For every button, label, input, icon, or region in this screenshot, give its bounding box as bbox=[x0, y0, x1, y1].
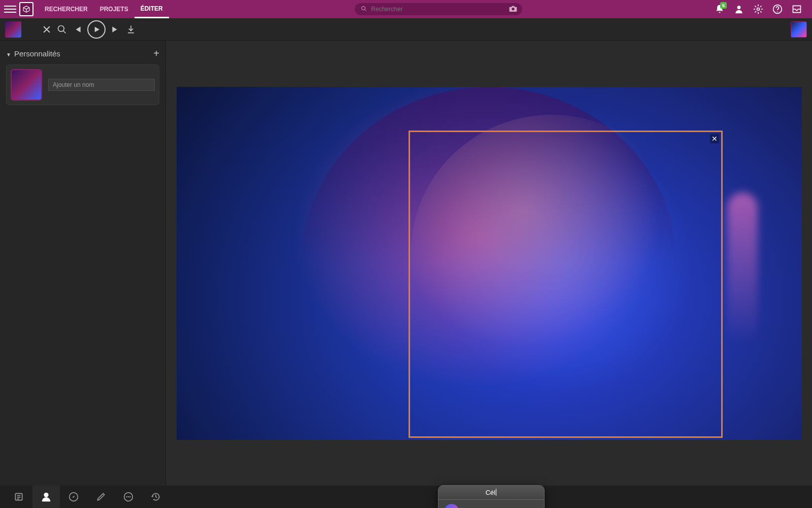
svg-point-13 bbox=[44, 493, 48, 497]
name-autocomplete: Cél Céleste Dupont Célice Durand Céline … bbox=[438, 485, 545, 509]
svg-point-4 bbox=[757, 8, 760, 11]
autocomplete-input[interactable]: Cél bbox=[438, 486, 544, 500]
svg-point-2 bbox=[512, 8, 515, 10]
app-logo[interactable] bbox=[19, 2, 33, 16]
edit-panel-icon[interactable] bbox=[87, 486, 115, 508]
compass-panel-icon[interactable] bbox=[60, 486, 87, 508]
download-icon[interactable] bbox=[126, 24, 136, 35]
image-viewer: ✕ Cél Céleste Dupont Célice Durand Célin… bbox=[166, 41, 812, 486]
play-button[interactable] bbox=[87, 20, 106, 39]
hamburger-menu-icon[interactable] bbox=[4, 3, 16, 15]
info-panel-icon[interactable] bbox=[5, 486, 32, 508]
main-area: ▼Personnalités + ✕ Cél C bbox=[0, 41, 812, 486]
person-name-input[interactable] bbox=[48, 79, 155, 91]
svg-line-1 bbox=[365, 9, 366, 11]
skip-next-icon[interactable] bbox=[111, 24, 121, 35]
zoom-search-icon[interactable] bbox=[57, 24, 67, 35]
sidebar: ▼Personnalités + bbox=[0, 41, 166, 486]
svg-point-6 bbox=[777, 11, 778, 12]
camera-search-icon[interactable] bbox=[509, 5, 517, 14]
svg-line-8 bbox=[63, 30, 66, 33]
autocomplete-item-0[interactable]: Céleste Dupont bbox=[441, 501, 542, 509]
user-account-icon[interactable] bbox=[734, 4, 744, 14]
tab-projets[interactable]: PROJETS bbox=[94, 0, 134, 18]
add-personality-icon[interactable]: + bbox=[153, 48, 159, 59]
bottombar bbox=[0, 486, 812, 508]
global-search-input[interactable] bbox=[371, 6, 516, 13]
more-panel-icon[interactable] bbox=[115, 486, 142, 508]
current-image-thumbnail[interactable] bbox=[5, 21, 21, 38]
panel-toggle-thumbnail[interactable] bbox=[791, 21, 807, 38]
main-photo[interactable]: ✕ Cél Céleste Dupont Célice Durand Célin… bbox=[177, 87, 802, 440]
tab-editer[interactable]: ÉDITER bbox=[134, 0, 169, 18]
svg-point-16 bbox=[126, 496, 127, 498]
inbox-icon[interactable] bbox=[792, 4, 802, 14]
autocomplete-query: Cél bbox=[486, 489, 496, 496]
chevron-down-icon: ▼ bbox=[6, 52, 11, 57]
personalities-panel-header[interactable]: ▼Personnalités + bbox=[6, 45, 159, 65]
people-panel-icon[interactable] bbox=[32, 486, 60, 508]
svg-point-17 bbox=[128, 496, 129, 498]
panel-title: Personnalités bbox=[14, 49, 60, 58]
history-panel-icon[interactable] bbox=[142, 486, 170, 508]
topbar: RECHERCHER PROJETS ÉDITER 5 bbox=[0, 0, 812, 18]
notification-badge: 5 bbox=[720, 2, 727, 9]
global-search[interactable] bbox=[355, 3, 522, 15]
person-avatar[interactable] bbox=[11, 69, 42, 101]
person-card bbox=[6, 65, 159, 105]
search-icon bbox=[361, 6, 367, 13]
face-detection-box[interactable]: ✕ bbox=[409, 131, 723, 438]
svg-point-7 bbox=[58, 25, 64, 31]
face-box-close-icon[interactable]: ✕ bbox=[710, 134, 719, 143]
tab-rechercher[interactable]: RECHERCHER bbox=[39, 0, 94, 18]
editor-toolbar bbox=[0, 18, 812, 41]
svg-point-18 bbox=[129, 496, 131, 498]
notifications-icon[interactable]: 5 bbox=[715, 4, 725, 14]
help-icon[interactable] bbox=[772, 4, 783, 14]
skip-prev-icon[interactable] bbox=[72, 24, 82, 35]
svg-point-3 bbox=[737, 6, 741, 9]
avatar bbox=[445, 504, 459, 509]
svg-point-0 bbox=[362, 6, 365, 10]
top-icons: 5 bbox=[708, 4, 808, 14]
nav-tabs: RECHERCHER PROJETS ÉDITER bbox=[39, 0, 169, 18]
settings-gear-icon[interactable] bbox=[753, 4, 763, 14]
close-icon[interactable] bbox=[42, 24, 52, 35]
